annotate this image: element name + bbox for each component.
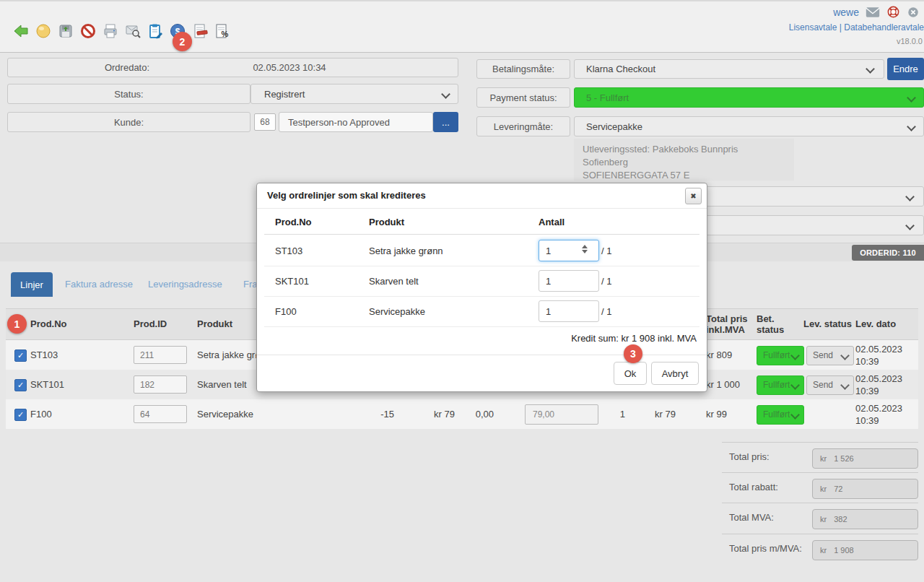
payment-status-label-box: Payment status: bbox=[476, 87, 570, 108]
spin-down-icon bbox=[582, 250, 588, 253]
modal-row-f100: F100 Servicepakke / 1 bbox=[264, 296, 699, 327]
modal-col-antall: Antall bbox=[539, 217, 565, 227]
bet-status-value: Fullført bbox=[763, 409, 790, 420]
bet-status-select[interactable]: Fullført bbox=[757, 346, 804, 365]
row-checkbox[interactable] bbox=[14, 409, 27, 421]
bet-status-select[interactable]: Fullført bbox=[757, 375, 804, 395]
kunde-name-field[interactable]: Testperson-no Approved bbox=[279, 112, 433, 132]
prodid-input[interactable] bbox=[134, 375, 187, 394]
mail-icon[interactable] bbox=[866, 6, 880, 18]
row-produkt: Servicepakke bbox=[197, 409, 253, 420]
amount: 1 908 bbox=[834, 546, 854, 555]
credit-qty-input[interactable] bbox=[539, 300, 599, 322]
notes-button[interactable] bbox=[146, 22, 165, 40]
total-pris-value: kr1 526 bbox=[812, 448, 918, 469]
status-select[interactable]: Registrert bbox=[250, 84, 458, 104]
col-betstatus: Bet. status bbox=[757, 313, 791, 335]
row-rabatt-kr: 0,00 bbox=[458, 409, 494, 420]
total-rabatt-row: Total rabatt: kr72 bbox=[722, 472, 918, 503]
payment-status-select[interactable]: 5 - Fullført bbox=[574, 87, 924, 108]
spin-up-icon bbox=[582, 245, 588, 248]
avbryt-button[interactable]: Avbryt bbox=[651, 362, 699, 385]
lev-time: 10:39 bbox=[855, 386, 879, 396]
row-checkbox[interactable] bbox=[14, 349, 27, 362]
tab-linjer[interactable]: Linjer bbox=[11, 272, 53, 297]
chevron-down-icon bbox=[840, 381, 850, 390]
help-lifebuoy-icon[interactable] bbox=[886, 5, 900, 19]
modal-produkt: Setra jakke grønn bbox=[369, 246, 443, 256]
prodid-input[interactable] bbox=[134, 405, 187, 423]
search-mail-button[interactable] bbox=[123, 22, 142, 40]
ordredato-label: Ordredato: bbox=[8, 62, 246, 73]
percent-document-icon: % bbox=[214, 22, 231, 40]
kunde-id-field[interactable]: 68 bbox=[254, 113, 276, 131]
tab-faktura-adresse[interactable]: Faktura adresse bbox=[65, 279, 133, 290]
row-antall: 1 bbox=[596, 409, 625, 420]
leveringmate-value: Servicepakke bbox=[586, 121, 642, 132]
status-ball-button[interactable] bbox=[34, 22, 53, 40]
dpa-link[interactable]: Databehandleravtale bbox=[844, 22, 924, 32]
betalingsmate-select[interactable]: Klarna Checkout bbox=[574, 59, 884, 79]
print-button[interactable] bbox=[101, 22, 120, 40]
status-label: Status: bbox=[114, 89, 143, 100]
cancel-order-button[interactable] bbox=[79, 22, 97, 40]
credit-qty-input[interactable] bbox=[539, 270, 599, 292]
lev-dato-cell: 02.05.202310:39 bbox=[855, 402, 902, 427]
col-produkt: Produkt bbox=[197, 318, 232, 329]
total-pris-row: Total pris: kr1 526 bbox=[722, 442, 918, 473]
delivery-address-box: Utleveringssted: Pakkeboks Bunnpris Sofi… bbox=[574, 139, 794, 181]
lev-status-value: Send bbox=[813, 350, 840, 360]
license-link[interactable]: Lisensavtale bbox=[789, 22, 837, 32]
total-mva-row: Total MVA: kr382 bbox=[722, 503, 918, 534]
back-button[interactable] bbox=[12, 22, 30, 40]
dialog-title: Velg ordrelinjer som skal krediteres bbox=[267, 190, 426, 201]
row-prodno: SKT101 bbox=[30, 379, 64, 390]
lev-status-value: Send bbox=[813, 380, 840, 390]
chevron-down-icon bbox=[905, 192, 915, 201]
kunde-label-box: Kunde: bbox=[7, 112, 250, 132]
save-button[interactable] bbox=[56, 22, 75, 40]
lev-dato-cell: 02.05.202310:39 bbox=[855, 373, 902, 397]
amount: 1 526 bbox=[834, 454, 854, 463]
discount-document-button[interactable]: % bbox=[213, 22, 232, 40]
modal-row-st103: ST103 Setra jakke grønn / 1 bbox=[264, 235, 699, 266]
username[interactable]: wewe bbox=[833, 6, 859, 18]
row-checkbox[interactable] bbox=[14, 379, 27, 391]
kunde-browse-button[interactable]: ... bbox=[433, 112, 458, 132]
endre-button[interactable]: Endre bbox=[887, 58, 924, 80]
pris-m-rabatt-input[interactable] bbox=[525, 404, 598, 425]
prodid-input[interactable] bbox=[134, 346, 187, 364]
leveringmate-label-box: Leveringmåte: bbox=[476, 116, 570, 136]
ok-button[interactable]: Ok bbox=[614, 362, 647, 385]
currency: kr bbox=[820, 454, 827, 463]
credit-note-icon bbox=[191, 22, 209, 40]
save-icon bbox=[57, 22, 74, 40]
modal-produkt: Skarven telt bbox=[369, 276, 419, 287]
status-ball-icon bbox=[35, 22, 52, 40]
credit-note-button[interactable] bbox=[191, 22, 209, 40]
divider bbox=[264, 234, 699, 235]
lev-status-select[interactable]: Send bbox=[806, 375, 854, 395]
ordredato-row: Ordredato: 02.05.2023 10:34 bbox=[7, 58, 458, 77]
bet-status-value: Fullført bbox=[763, 350, 790, 360]
search-mail-icon bbox=[124, 22, 141, 40]
lev-date: 02.05.2023 bbox=[855, 373, 902, 384]
total-mva-value: kr382 bbox=[812, 509, 918, 529]
leveringmate-label: Leveringmåte: bbox=[494, 121, 553, 132]
tab-frakt[interactable]: Fra bbox=[243, 279, 258, 290]
svg-text:%: % bbox=[222, 30, 229, 38]
status-label-box: Status: bbox=[7, 84, 250, 104]
lev-status-select[interactable]: Send bbox=[806, 346, 854, 365]
amount: 382 bbox=[834, 515, 847, 524]
bet-status-value: Fullført bbox=[763, 380, 790, 390]
spinner-buttons[interactable] bbox=[582, 245, 588, 253]
col-totalpris: Total pris inkl.MVA bbox=[706, 313, 754, 335]
leveringmate-select[interactable]: Servicepakke bbox=[574, 116, 924, 136]
credit-qty-input[interactable] bbox=[539, 240, 599, 261]
user-area: wewe bbox=[833, 5, 920, 19]
tab-leveringsadresse[interactable]: Leveringsadresse bbox=[148, 279, 222, 290]
dialog-close-button[interactable]: ✖ bbox=[685, 188, 702, 204]
chevron-down-icon bbox=[866, 64, 875, 74]
bet-status-select[interactable]: Fullført bbox=[757, 405, 804, 425]
close-app-icon[interactable] bbox=[907, 6, 920, 19]
